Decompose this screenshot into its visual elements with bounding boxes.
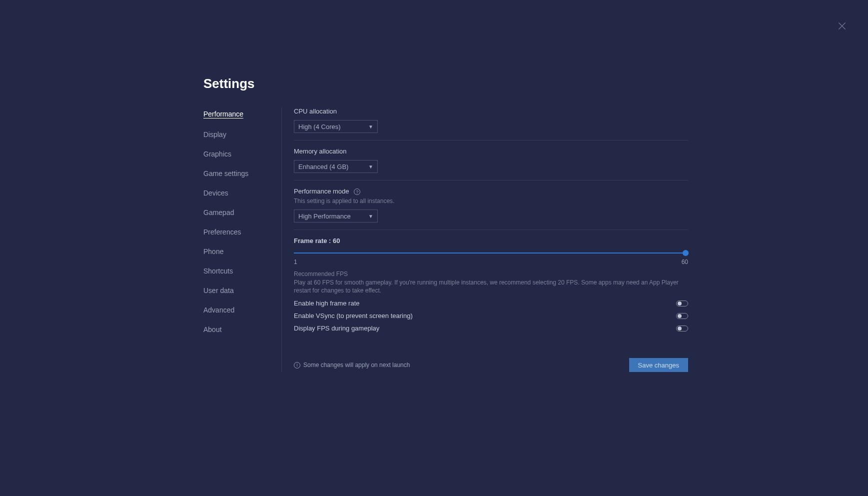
- save-changes-button[interactable]: Save changes: [629, 358, 688, 372]
- sidebar-item-advanced[interactable]: Advanced: [203, 306, 234, 314]
- toggle-knob: [678, 314, 682, 318]
- frame-rate-section: Frame rate : 60 1 60 Recommended FPS Pla…: [294, 237, 688, 339]
- memory-allocation-section: Memory allocation Enhanced (4 GB) ▼: [294, 148, 688, 180]
- close-icon: [837, 21, 847, 31]
- memory-allocation-select[interactable]: Enhanced (4 GB) ▼: [294, 160, 378, 173]
- recommended-fps-text: Play at 60 FPS for smooth gameplay. If y…: [294, 278, 688, 294]
- close-button[interactable]: [837, 21, 847, 31]
- sidebar-item-shortcuts[interactable]: Shortcuts: [203, 268, 233, 274]
- display-fps-label: Display FPS during gameplay: [294, 324, 379, 332]
- cpu-allocation-value: High (4 Cores): [298, 123, 341, 130]
- cpu-allocation-select[interactable]: High (4 Cores) ▼: [294, 120, 378, 133]
- sidebar-item-graphics[interactable]: Graphics: [203, 150, 231, 158]
- memory-allocation-label: Memory allocation: [294, 148, 688, 155]
- slider-thumb[interactable]: [683, 250, 689, 256]
- performance-mode-subtext: This setting is applied to all instances…: [294, 198, 688, 204]
- footer: i Some changes will apply on next launch…: [294, 358, 688, 372]
- sidebar-item-display[interactable]: Display: [203, 131, 226, 138]
- toggle-knob: [678, 302, 682, 306]
- display-fps-toggle[interactable]: [676, 326, 688, 332]
- sidebar-item-devices[interactable]: Devices: [203, 190, 228, 196]
- footer-notice: i Some changes will apply on next launch: [294, 362, 410, 368]
- display-fps-row: Display FPS during gameplay: [294, 324, 688, 332]
- toggle-knob: [678, 326, 682, 330]
- performance-mode-label: Performance mode ?: [294, 188, 688, 195]
- cpu-allocation-section: CPU allocation High (4 Cores) ▼: [294, 108, 688, 140]
- performance-mode-label-text: Performance mode: [294, 188, 349, 195]
- performance-mode-select[interactable]: High Performance ▼: [294, 210, 378, 222]
- info-icon: i: [294, 362, 300, 368]
- performance-mode-value: High Performance: [298, 212, 351, 220]
- frame-rate-min: 1: [294, 258, 297, 266]
- enable-vsync-label: Enable VSync (to prevent screen tearing): [294, 312, 413, 320]
- chevron-down-icon: ▼: [368, 214, 373, 219]
- frame-rate-label: Frame rate : 60: [294, 237, 688, 244]
- chevron-down-icon: ▼: [368, 164, 373, 170]
- sidebar-item-game-settings[interactable]: Game settings: [203, 170, 248, 177]
- sidebar-item-performance[interactable]: Performance: [203, 110, 243, 118]
- chevron-down-icon: ▼: [368, 124, 373, 130]
- help-icon[interactable]: ?: [354, 188, 360, 195]
- recommended-fps-title: Recommended FPS: [294, 270, 688, 278]
- enable-high-frame-rate-label: Enable high frame rate: [294, 300, 360, 307]
- sidebar-item-user-data[interactable]: User data: [203, 287, 234, 294]
- frame-rate-label-prefix: Frame rate :: [294, 237, 333, 244]
- enable-high-frame-rate-row: Enable high frame rate: [294, 300, 688, 307]
- settings-main: CPU allocation High (4 Cores) ▼ Memory a…: [282, 108, 688, 372]
- footer-notice-text: Some changes will apply on next launch: [303, 362, 410, 368]
- cpu-allocation-label: CPU allocation: [294, 108, 688, 115]
- performance-mode-section: Performance mode ? This setting is appli…: [294, 188, 688, 230]
- frame-rate-value: 60: [333, 237, 340, 244]
- enable-vsync-toggle[interactable]: [676, 313, 688, 319]
- slider-track: [294, 252, 688, 254]
- memory-allocation-value: Enhanced (4 GB): [298, 163, 348, 170]
- enable-high-frame-rate-toggle[interactable]: [676, 300, 688, 306]
- sidebar-item-phone[interactable]: Phone: [203, 248, 223, 255]
- sidebar-item-preferences[interactable]: Preferences: [203, 228, 241, 236]
- settings-sidebar: Performance Display Graphics Game settin…: [203, 108, 282, 372]
- enable-vsync-row: Enable VSync (to prevent screen tearing): [294, 312, 688, 320]
- frame-rate-range: 1 60: [294, 258, 688, 266]
- sidebar-item-gamepad[interactable]: Gamepad: [203, 209, 234, 216]
- frame-rate-slider[interactable]: [294, 250, 688, 256]
- frame-rate-max: 60: [682, 258, 688, 266]
- page-title: Settings: [203, 76, 688, 92]
- sidebar-item-about[interactable]: About: [203, 326, 222, 333]
